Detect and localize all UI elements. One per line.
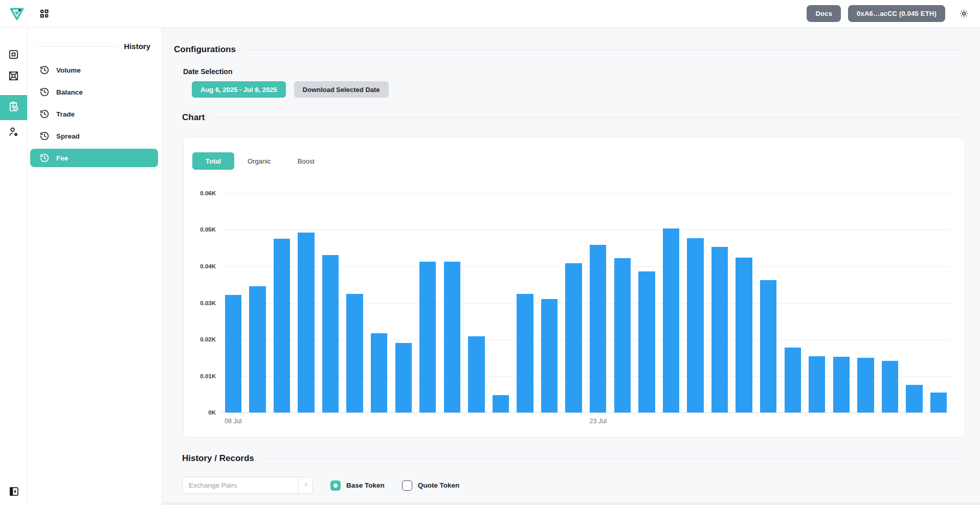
history-menu: VolumeBalanceTradeSpreadFee <box>28 61 162 167</box>
chart-tabs: TotalOrganicBoost <box>192 152 957 170</box>
sidebar-item-volume[interactable]: Volume <box>30 61 158 79</box>
chart-bar-slot <box>854 193 878 412</box>
sidebar-item-spread[interactable]: Spread <box>30 127 158 145</box>
exchange-pairs-expand-button[interactable] <box>298 477 313 493</box>
app-logo-icon[interactable] <box>8 5 26 22</box>
bar-26-jul[interactable] <box>663 228 679 412</box>
y-tick-label: 0.01K <box>200 373 216 379</box>
bar-08-jul[interactable] <box>225 295 241 412</box>
chart-bar-slot <box>270 193 294 412</box>
bar-13-jul[interactable] <box>346 294 363 412</box>
base-token-checkbox[interactable]: Base Token <box>330 480 385 491</box>
wallet-button[interactable]: 0xA6…acCC (0.045 ETH) <box>848 5 945 22</box>
chart-tab-boost[interactable]: Boost <box>284 152 328 170</box>
y-tick-label: 0.02K <box>200 336 216 342</box>
chart-tab-total[interactable]: Total <box>192 152 234 170</box>
bar-21-jul[interactable] <box>541 299 558 412</box>
bar-09-jul[interactable] <box>249 286 265 412</box>
collapse-sidebar-button[interactable] <box>0 486 28 499</box>
chart-bar-slot <box>440 193 464 412</box>
bar-28-jul[interactable] <box>711 247 728 412</box>
topbar: Docs 0xA6…acCC (0.045 ETH) <box>0 0 980 28</box>
topbar-actions: Docs 0xA6…acCC (0.045 ETH) <box>807 5 971 22</box>
chart-bar-slot <box>562 193 586 412</box>
bar-31-jul[interactable] <box>785 348 801 412</box>
main-content: Configurations Date Selection Aug 6, 202… <box>162 28 980 505</box>
chart-bar-slot <box>318 193 343 412</box>
exchange-pairs-input[interactable] <box>183 477 298 493</box>
bar-06-aug[interactable] <box>930 393 947 412</box>
bar-16-jul[interactable] <box>419 262 436 412</box>
rail-item-markets[interactable] <box>0 66 27 87</box>
theme-toggle-icon[interactable] <box>956 7 971 21</box>
sidebar-item-fee[interactable]: Fee <box>30 149 158 167</box>
history-clock-icon <box>39 87 50 97</box>
bar-18-jul[interactable] <box>468 336 484 412</box>
bar-14-jul[interactable] <box>371 333 387 412</box>
bar-23-jul[interactable] <box>590 245 606 412</box>
records-section-header: History / Records <box>182 453 965 464</box>
configurations-divider <box>243 50 965 50</box>
sidebar-item-label: Trade <box>56 110 75 118</box>
chart-bars <box>221 193 951 412</box>
quote-token-label: Quote Token <box>418 481 460 489</box>
bar-01-aug[interactable] <box>809 356 825 412</box>
rail-item-dashboard[interactable] <box>0 44 27 66</box>
base-token-label: Base Token <box>346 481 385 489</box>
bar-19-jul[interactable] <box>493 395 509 412</box>
chart-bar-slot <box>781 193 805 412</box>
sidebar-header: History <box>28 28 162 51</box>
y-tick-label: 0.06K <box>200 190 216 196</box>
bar-04-aug[interactable] <box>882 361 898 412</box>
fee-bar-chart: 0K0.01K0.02K0.03K0.04K0.05K0.06K 08 Jul2… <box>192 193 957 412</box>
chart-bar-slot <box>756 193 781 412</box>
bar-17-jul[interactable] <box>444 262 460 412</box>
chevron-right-icon <box>303 481 309 489</box>
docs-button[interactable]: Docs <box>807 5 841 22</box>
bar-11-jul[interactable] <box>298 233 314 412</box>
bar-30-jul[interactable] <box>760 280 776 412</box>
sidebar-item-trade[interactable]: Trade <box>30 105 158 123</box>
history-clock-icon <box>39 109 50 119</box>
bar-03-aug[interactable] <box>857 358 874 412</box>
chart-bar-slot <box>610 193 635 412</box>
bar-12-jul[interactable] <box>322 255 339 412</box>
bar-10-jul[interactable] <box>274 239 290 412</box>
history-clock-icon <box>39 131 50 141</box>
clipboard-clock-icon <box>8 101 19 114</box>
rail-item-account[interactable] <box>0 122 27 144</box>
bar-24-jul[interactable] <box>614 258 631 412</box>
date-selection-controls: Aug 6, 2025 - Jul 8, 2025 Download Selec… <box>192 81 965 98</box>
square-in-square-icon <box>8 49 19 62</box>
y-tick-label: 0.05K <box>200 226 216 233</box>
bar-15-jul[interactable] <box>395 343 412 412</box>
chart-bar-slot <box>902 193 927 412</box>
download-selected-date-button[interactable]: Download Selected Date <box>294 81 389 98</box>
configurations-title: Configurations <box>174 44 236 55</box>
history-clock-icon <box>39 153 50 163</box>
rail-item-history[interactable] <box>0 95 27 120</box>
bar-02-aug[interactable] <box>833 357 850 412</box>
y-tick-label: 0.04K <box>200 263 216 269</box>
bar-20-jul[interactable] <box>517 294 533 412</box>
horizontal-scrollbar[interactable] <box>162 502 980 505</box>
bar-25-jul[interactable] <box>638 271 655 412</box>
quote-token-checkbox[interactable]: Quote Token <box>402 480 460 491</box>
bar-22-jul[interactable] <box>565 263 582 412</box>
bar-29-jul[interactable] <box>736 258 752 412</box>
sidebar-item-label: Balance <box>56 88 83 96</box>
date-range-button[interactable]: Aug 6, 2025 - Jul 8, 2025 <box>192 81 286 98</box>
chart-section-title: Chart <box>182 112 205 123</box>
sidebar-title: History <box>124 42 150 51</box>
history-clock-icon <box>39 65 50 75</box>
bar-05-aug[interactable] <box>906 385 922 412</box>
bar-27-jul[interactable] <box>687 238 703 412</box>
chart-section-header: Chart <box>182 112 965 123</box>
chart-tab-organic[interactable]: Organic <box>234 152 284 170</box>
y-tick-label: 0.03K <box>200 300 216 306</box>
apps-grid-icon[interactable] <box>37 6 52 21</box>
chart-bar-slot <box>659 193 683 412</box>
chart-bar-slot <box>707 193 732 412</box>
sidebar-item-balance[interactable]: Balance <box>30 83 158 101</box>
y-axis-labels: 0K0.01K0.02K0.03K0.04K0.05K0.06K <box>192 193 221 412</box>
